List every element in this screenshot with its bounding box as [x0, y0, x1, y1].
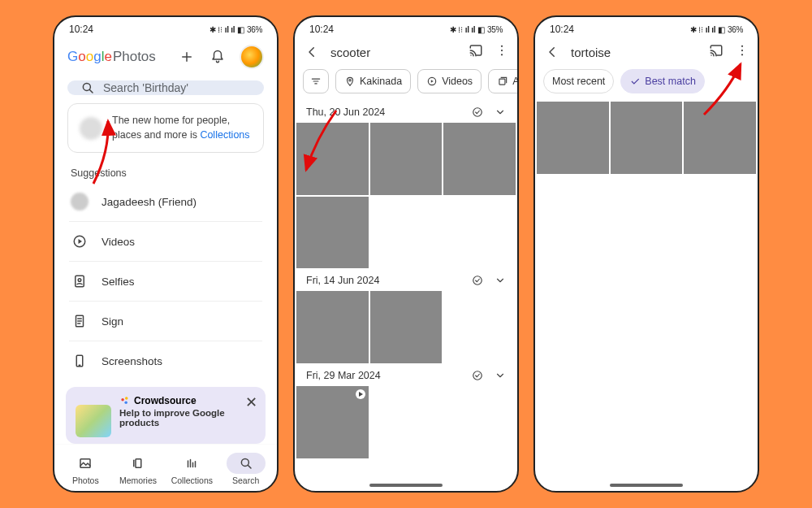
suggestions-title: Suggestions [54, 164, 277, 182]
suggestion-selfies[interactable]: Selfies [69, 262, 262, 302]
chip-location[interactable]: Kakinada [335, 69, 411, 93]
crowdsource-card[interactable]: Crowdsource Help to improve Google produ… [66, 387, 266, 444]
photo-thumb[interactable] [370, 123, 443, 195]
nav-collections[interactable]: Collections [165, 449, 219, 488]
chip-most-recent[interactable]: Most recent [543, 69, 614, 93]
photo-thumb[interactable] [296, 291, 369, 363]
photo-thumb[interactable] [296, 197, 369, 269]
photo-thumb[interactable] [370, 291, 443, 363]
status-icons: ✱ ⁞⁝ ıl ıl ◧36% [209, 25, 262, 34]
home-indicator [610, 484, 683, 487]
suggestion-videos[interactable]: Videos [69, 222, 262, 262]
photo-thumb[interactable] [296, 123, 369, 195]
crowdsource-icon [119, 395, 131, 406]
photo-thumb[interactable] [684, 102, 756, 174]
image-icon [78, 456, 93, 471]
nav-photos[interactable]: Photos [59, 449, 111, 488]
clock: 10:24 [309, 24, 334, 35]
video-badge-icon [356, 389, 365, 399]
suggestions-list: Jagadeesh (Friend) Videos Selfies Sign S… [54, 182, 277, 380]
play-icon [71, 232, 89, 250]
app-header: GooglePhotos [54, 38, 277, 76]
crowdsource-title: Crowdsource [119, 395, 256, 406]
search-query[interactable]: scooter [330, 46, 459, 59]
select-icon[interactable] [472, 275, 483, 286]
photo-grid [295, 123, 517, 197]
collections-icon [184, 456, 199, 471]
photo-grid [295, 197, 517, 271]
chip-videos[interactable]: Videos [417, 69, 482, 93]
back-button[interactable] [303, 43, 321, 61]
back-button[interactable] [543, 43, 561, 61]
suggestion-sign[interactable]: Sign [69, 302, 262, 341]
check-icon [629, 76, 641, 87]
add-button[interactable] [178, 48, 196, 66]
filter-chips: Kakinada Videos Animat [295, 66, 517, 102]
filter-button[interactable] [303, 69, 329, 93]
svg-point-19 [473, 108, 482, 117]
select-icon[interactable] [472, 370, 483, 381]
select-icon[interactable] [472, 106, 483, 118]
search-input[interactable]: Search 'Birthday' [67, 80, 264, 95]
status-bar: 10:24 ✱ ⁞⁝ ıl ıl ◧36% [54, 17, 277, 38]
bottom-nav: Photos Memories Collections Search [54, 444, 277, 492]
clock: 10:24 [69, 24, 93, 35]
info-thumb [80, 117, 102, 140]
chip-best-match[interactable]: Best match [620, 69, 705, 93]
search-header: scooter [295, 38, 517, 66]
results-scroll[interactable] [535, 102, 758, 481]
chevron-down-icon[interactable] [495, 275, 506, 286]
more-button[interactable] [735, 43, 749, 61]
status-bar: 10:24 ✱ ⁞⁝ ıl ıl ◧36% [535, 17, 758, 38]
crowdsource-sub: Help to improve Google products [119, 408, 256, 428]
nav-search[interactable]: Search [220, 449, 272, 488]
svg-point-13 [501, 46, 503, 47]
suggestion-person[interactable]: Jagadeesh (Friend) [69, 182, 262, 222]
svg-point-8 [124, 402, 127, 405]
search-header: tortoise [535, 38, 758, 66]
results-scroll[interactable]: Thu, 20 Jun 2024 Fri, 14 Jun 2024 [295, 102, 517, 481]
suggestion-screenshots[interactable]: Screenshots [69, 341, 262, 380]
clock: 10:24 [550, 24, 574, 35]
collections-info-card[interactable]: The new home for people, places and more… [67, 103, 264, 153]
svg-point-23 [741, 46, 743, 47]
photo-thumb[interactable] [537, 102, 609, 174]
cast-button[interactable] [469, 43, 483, 61]
photo-thumb[interactable] [611, 102, 683, 174]
phone-search-home: 10:24 ✱ ⁞⁝ ıl ıl ◧36% GooglePhotos Searc… [53, 15, 279, 493]
date-header: Fri, 29 Mar 2024 [295, 365, 517, 386]
photo-grid [295, 386, 517, 460]
search-icon [239, 456, 253, 471]
svg-point-14 [501, 50, 503, 51]
more-button[interactable] [495, 43, 509, 61]
cast-button[interactable] [709, 43, 723, 61]
account-avatar[interactable] [240, 45, 264, 69]
crowdsource-thumb [76, 405, 111, 437]
phone-icon [71, 352, 89, 370]
chip-animations[interactable]: Animat [488, 69, 517, 93]
svg-point-20 [473, 276, 482, 285]
close-icon[interactable]: ✕ [245, 393, 257, 411]
svg-point-24 [741, 50, 743, 51]
chevron-down-icon[interactable] [495, 106, 506, 118]
photo-grid [295, 291, 517, 365]
notifications-button[interactable] [209, 48, 227, 66]
date-header: Fri, 14 Jun 2024 [295, 270, 517, 291]
svg-point-12 [470, 54, 472, 56]
home-indicator [369, 484, 443, 487]
chevron-down-icon[interactable] [495, 370, 506, 381]
collections-link[interactable]: Collections [200, 129, 249, 141]
nav-memories[interactable]: Memories [112, 449, 164, 488]
photo-thumb[interactable] [296, 386, 369, 458]
phone-search-results-tortoise: 10:24 ✱ ⁞⁝ ıl ıl ◧36% tortoise Most rece… [533, 15, 759, 493]
svg-point-7 [125, 397, 128, 400]
search-query[interactable]: tortoise [571, 46, 699, 59]
photo-grid [535, 102, 758, 176]
svg-point-16 [349, 80, 351, 81]
svg-point-25 [741, 54, 743, 55]
status-icons: ✱ ⁞⁝ ıl ıl ◧35% [450, 25, 503, 34]
status-icons: ✱ ⁞⁝ ıl ıl ◧36% [690, 25, 743, 34]
svg-point-22 [710, 54, 712, 56]
photo-thumb[interactable] [443, 123, 516, 195]
google-photos-logo: GooglePhotos [67, 49, 156, 65]
